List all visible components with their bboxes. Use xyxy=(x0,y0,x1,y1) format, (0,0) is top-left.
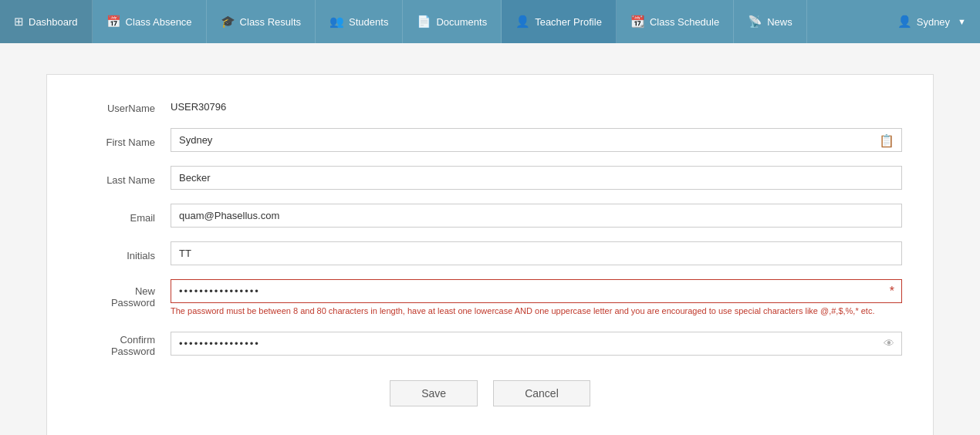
nav-label-documents: Documents xyxy=(436,16,487,28)
nav-label-user: Sydney xyxy=(917,16,950,28)
nav-item-class-schedule[interactable]: 📆 Class Schedule xyxy=(617,0,734,43)
confirm-password-field: 👁 xyxy=(171,332,902,356)
save-button[interactable]: Save xyxy=(390,380,478,406)
nav-label-class-absence: Class Absence xyxy=(126,16,192,28)
confirm-password-input[interactable] xyxy=(171,332,902,356)
nav-item-class-absence[interactable]: 📅 Class Absence xyxy=(93,0,207,43)
user-icon: 👤 xyxy=(897,15,912,29)
nav-item-dashboard[interactable]: ⊞ Dashboard xyxy=(0,0,93,43)
nav-item-teacher-profile[interactable]: 👤 Teacher Profile xyxy=(502,0,617,43)
lastname-label: Last Name xyxy=(78,170,171,186)
firstname-label: First Name xyxy=(78,132,171,148)
lastname-field xyxy=(171,166,902,190)
required-asterisk: * xyxy=(890,285,894,298)
firstname-field: 📋 xyxy=(171,128,902,152)
nav-item-news[interactable]: 📡 News xyxy=(734,0,807,43)
nav-item-students[interactable]: 👥 Students xyxy=(316,0,403,43)
firstname-input[interactable] xyxy=(171,128,902,152)
firstname-row: First Name 📋 xyxy=(78,128,902,152)
nav-label-class-schedule: Class Schedule xyxy=(650,16,719,28)
username-label: UserName xyxy=(78,98,171,114)
students-icon: 👥 xyxy=(329,15,344,29)
profile-form: UserName USER30796 First Name 📋 Last Nam… xyxy=(46,74,934,435)
email-field xyxy=(171,204,902,228)
email-row: Email xyxy=(78,204,902,228)
teacher-profile-icon: 👤 xyxy=(515,15,530,29)
confirm-password-label: ConfirmPassword xyxy=(78,329,171,357)
new-password-label: NewPassword xyxy=(78,279,171,309)
password-error-text: The password must be between 8 and 80 ch… xyxy=(171,306,902,315)
calendar-field-icon: 📋 xyxy=(879,133,894,147)
documents-icon: 📄 xyxy=(417,15,431,29)
button-row: Save Cancel xyxy=(78,380,902,406)
new-password-field: * The password must be between 8 and 80 … xyxy=(171,279,902,315)
eye-icon: 👁 xyxy=(884,337,894,349)
nav-label-teacher-profile: Teacher Profile xyxy=(535,16,602,28)
navbar: ⊞ Dashboard 📅 Class Absence 🎓 Class Resu… xyxy=(0,0,980,43)
chevron-down-icon: ▼ xyxy=(958,17,966,26)
nav-label-news: News xyxy=(767,16,792,28)
nav-item-user[interactable]: 👤 Sydney ▼ xyxy=(884,0,980,43)
nav-label-class-results: Class Results xyxy=(240,16,301,28)
nav-item-documents[interactable]: 📄 Documents xyxy=(403,0,502,43)
email-label: Email xyxy=(78,207,171,224)
main-content: UserName USER30796 First Name 📋 Last Nam… xyxy=(0,43,980,435)
calendar-icon: 📅 xyxy=(106,15,121,29)
email-input[interactable] xyxy=(171,204,902,228)
lastname-input[interactable] xyxy=(171,166,902,190)
initials-label: Initials xyxy=(78,245,171,261)
initials-field xyxy=(171,241,902,265)
lastname-row: Last Name xyxy=(78,166,902,190)
graduation-icon: 🎓 xyxy=(221,15,235,29)
dashboard-icon: ⊞ xyxy=(14,15,24,29)
initials-row: Initials xyxy=(78,241,902,265)
cancel-button[interactable]: Cancel xyxy=(493,380,590,406)
new-password-input[interactable] xyxy=(171,279,902,303)
username-value: USER30796 xyxy=(171,96,226,113)
initials-input[interactable] xyxy=(171,241,902,265)
username-field: USER30796 xyxy=(171,100,902,113)
confirm-password-row: ConfirmPassword 👁 xyxy=(78,329,902,357)
new-password-row: NewPassword * The password must be betwe… xyxy=(78,279,902,315)
nav-item-class-results[interactable]: 🎓 Class Results xyxy=(207,0,316,43)
username-row: UserName USER30796 xyxy=(78,98,902,114)
class-schedule-icon: 📆 xyxy=(630,15,645,29)
nav-label-students: Students xyxy=(349,16,388,28)
news-icon: 📡 xyxy=(748,15,762,29)
nav-label-dashboard: Dashboard xyxy=(29,16,78,28)
